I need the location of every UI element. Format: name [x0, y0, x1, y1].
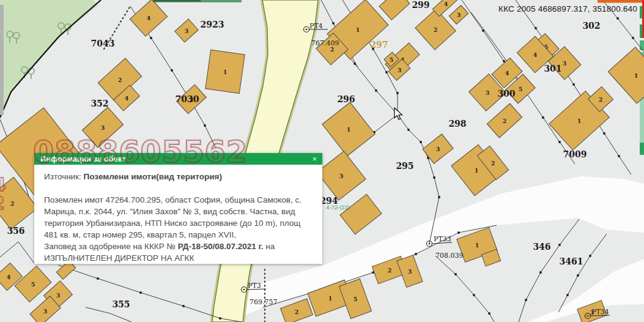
building-number: 3: [486, 89, 490, 96]
info-popup: Информация за обект × Източник: Поземлен…: [34, 153, 322, 264]
parcel-label: 297: [370, 40, 388, 50]
popup-close-button[interactable]: ×: [312, 154, 317, 164]
order-number: РД-18-50/08.07.2021 г.: [178, 242, 264, 251]
director-line: ИЗПЪЛНИТЕЛЕН ДИРЕКТОР НА АГКК: [44, 253, 194, 263]
survey-point-name: РТ3: [248, 282, 261, 290]
survey-marker-dot: [375, 89, 377, 91]
survey-marker-dot: [616, 17, 618, 19]
survey-marker-dot: [150, 37, 152, 39]
parcel-label: 295: [396, 161, 413, 171]
survey-marker-dot: [542, 116, 544, 118]
parcel-label: 2923: [201, 20, 224, 29]
parcel-label: 302: [582, 21, 600, 31]
survey-marker-dot: [454, 273, 456, 275]
edge-strip-green: [640, 40, 644, 50]
survey-marker-dot: [603, 132, 605, 134]
building-number: 3: [398, 67, 402, 73]
source-value: Поземлени имоти(вид територия): [84, 172, 222, 181]
building-number: 4: [147, 15, 151, 21]
popup-description: Поземлен имот 47264.700.295, област Софи…: [44, 194, 313, 264]
survey-marker-dot: [415, 253, 416, 255]
survey-marker-dot: [473, 294, 475, 296]
building-number: 2: [388, 267, 392, 274]
building-number: 1: [577, 118, 582, 124]
survey-point-center: [587, 315, 589, 317]
survey-marker-dot: [535, 27, 536, 29]
survey-point-elevation: 708.039: [435, 252, 464, 260]
survey-marker-dot: [589, 255, 591, 256]
survey-marker-dot: [566, 294, 568, 296]
parcel-label: 296: [337, 94, 355, 104]
building-number: 2: [10, 200, 15, 207]
survey-marker-dot: [139, 291, 141, 293]
building-number: 1: [223, 69, 228, 75]
parcel-label: 355: [112, 299, 130, 309]
building-number: 5: [31, 281, 35, 288]
survey-marker-dot: [618, 155, 620, 157]
survey-point-name: РТ34: [591, 308, 609, 316]
building-number: 2: [503, 118, 507, 124]
survey-marker-dot: [525, 299, 527, 301]
parcel-label: 352: [91, 99, 108, 108]
coordinate-readout: ККС 2005 4686897.317, 351800.640: [498, 4, 637, 13]
survey-marker-dot: [503, 60, 505, 62]
survey-marker-dot: [385, 71, 387, 73]
parcel-description: Поземлен имот 47264.700.295, област Софи…: [44, 195, 302, 239]
building-number: 1: [634, 72, 638, 79]
survey-marker-dot: [97, 277, 98, 279]
parcel-label: 300: [497, 89, 515, 99]
building-number: 3: [101, 124, 105, 131]
building-number: 4: [505, 70, 509, 77]
building-number: 3: [563, 60, 567, 67]
survey-marker-dot: [219, 317, 221, 319]
survey-marker-dot: [539, 271, 541, 273]
survey-marker-dot: [488, 312, 490, 314]
survey-marker-dot: [558, 141, 560, 143]
survey-point-center: [429, 243, 431, 245]
edge-strip-gray: [0, 5, 4, 115]
edge-strip-green: [640, 143, 644, 155]
survey-point-center: [243, 289, 245, 291]
building-number: 4: [533, 51, 538, 58]
parcel-label: 299: [412, 0, 429, 10]
building-number: 3: [339, 173, 344, 179]
building-number: 3: [43, 308, 48, 315]
survey-point-name: РТ4: [309, 22, 323, 30]
survey-marker-dot: [204, 124, 205, 126]
survey-marker-dot: [332, 22, 334, 24]
map-viewport[interactable]: 4312314221224345354345321211331212152334…: [0, 0, 644, 322]
parcel-label: 301: [544, 64, 561, 73]
survey-marker-dot: [396, 92, 398, 94]
edge-strip-top-green-light: [201, 0, 242, 2]
building-number: 4: [444, 1, 448, 7]
parcel-label: 7030: [176, 94, 199, 104]
survey-point-elevation: 769.757: [250, 298, 278, 306]
parcel-label: 298: [448, 119, 466, 129]
parcel-label: 7043: [91, 39, 115, 48]
building-number: 2: [118, 77, 122, 83]
edge-strip-orange: [598, 0, 644, 3]
building-number: 3: [56, 292, 61, 299]
building-number: 1: [475, 242, 479, 249]
building-number: 3: [408, 268, 412, 275]
building-number: 5: [353, 296, 358, 302]
survey-marker-dot: [572, 83, 574, 85]
parcel-label: 3461: [560, 256, 583, 266]
survey-marker-dot: [558, 244, 560, 245]
building-number: 2: [434, 26, 438, 33]
parcel-label: 356: [7, 226, 24, 236]
parcel-label: 7009: [563, 149, 587, 159]
survey-marker-dot: [438, 196, 440, 198]
popup-source-line: Източник: Поземлени имоти(вид територия): [44, 171, 313, 182]
building-number: 2: [491, 160, 495, 167]
building-number: 3: [185, 28, 189, 34]
building-number: 1: [356, 26, 360, 33]
building-number: 3: [457, 12, 461, 18]
building-number: 4: [7, 274, 11, 280]
building-number: 3: [436, 146, 440, 152]
parcel-label: 346: [533, 242, 550, 252]
building-number: 1: [475, 167, 479, 174]
building-number: 2: [295, 309, 299, 315]
building-number: 1: [328, 295, 333, 302]
survey-marker-dot: [182, 305, 184, 307]
